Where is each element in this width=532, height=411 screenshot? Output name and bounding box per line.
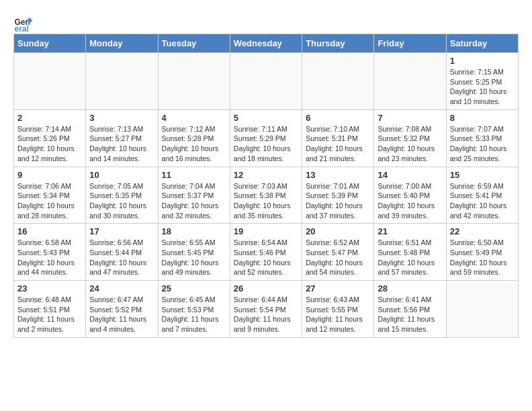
calendar-week-row: 1Sunrise: 7:15 AM Sunset: 5:25 PM Daylig… (14, 53, 519, 110)
day-info: Sunrise: 7:11 AM Sunset: 5:29 PM Dayligh… (234, 124, 298, 164)
day-number: 1 (450, 56, 515, 66)
day-info: Sunrise: 6:45 AM Sunset: 5:53 PM Dayligh… (162, 295, 226, 334)
weekday-header-friday: Friday (374, 34, 446, 53)
day-info: Sunrise: 6:56 AM Sunset: 5:44 PM Dayligh… (89, 238, 154, 277)
calendar-day-cell: 21Sunrise: 6:51 AM Sunset: 5:48 PM Dayli… (374, 224, 446, 281)
svg-text:eral: eral (15, 24, 29, 34)
calendar-day-cell: 25Sunrise: 6:45 AM Sunset: 5:53 PM Dayli… (158, 281, 230, 338)
day-number: 14 (378, 170, 442, 180)
calendar-day-cell (374, 53, 446, 110)
calendar-day-cell: 12Sunrise: 7:03 AM Sunset: 5:38 PM Dayli… (230, 167, 302, 224)
calendar-day-cell: 7Sunrise: 7:08 AM Sunset: 5:32 PM Daylig… (374, 109, 446, 167)
calendar-day-cell (230, 53, 302, 110)
day-number: 20 (306, 226, 370, 236)
calendar-day-cell (446, 281, 518, 338)
day-number: 26 (234, 283, 298, 293)
day-number: 17 (89, 226, 154, 236)
calendar-day-cell: 15Sunrise: 6:59 AM Sunset: 5:41 PM Dayli… (446, 167, 518, 224)
weekday-header-sunday: Sunday (14, 34, 86, 53)
day-info: Sunrise: 6:44 AM Sunset: 5:54 PM Dayligh… (234, 295, 298, 334)
calendar-day-cell: 19Sunrise: 6:54 AM Sunset: 5:46 PM Dayli… (230, 224, 302, 281)
calendar-day-cell: 26Sunrise: 6:44 AM Sunset: 5:54 PM Dayli… (230, 281, 302, 338)
calendar-day-cell: 13Sunrise: 7:01 AM Sunset: 5:39 PM Dayli… (302, 167, 374, 224)
day-info: Sunrise: 7:15 AM Sunset: 5:25 PM Dayligh… (450, 67, 515, 107)
day-info: Sunrise: 7:08 AM Sunset: 5:32 PM Dayligh… (378, 124, 442, 164)
day-info: Sunrise: 7:05 AM Sunset: 5:35 PM Dayligh… (89, 181, 154, 221)
calendar-week-row: 16Sunrise: 6:58 AM Sunset: 5:43 PM Dayli… (14, 224, 519, 281)
day-number: 21 (378, 226, 442, 236)
day-number: 13 (306, 170, 370, 180)
calendar-day-cell: 27Sunrise: 6:43 AM Sunset: 5:55 PM Dayli… (302, 281, 374, 338)
day-info: Sunrise: 7:14 AM Sunset: 5:26 PM Dayligh… (17, 124, 82, 164)
day-info: Sunrise: 6:54 AM Sunset: 5:46 PM Dayligh… (234, 238, 298, 277)
weekday-header-saturday: Saturday (446, 34, 518, 53)
logo: Gen eral (13, 13, 36, 34)
calendar-day-cell (86, 53, 158, 110)
day-number: 16 (17, 226, 82, 236)
calendar-table: SundayMondayTuesdayWednesdayThursdayFrid… (13, 34, 519, 338)
calendar-week-row: 9Sunrise: 7:06 AM Sunset: 5:34 PM Daylig… (14, 167, 519, 224)
day-info: Sunrise: 6:50 AM Sunset: 5:49 PM Dayligh… (450, 238, 515, 277)
calendar-day-cell: 5Sunrise: 7:11 AM Sunset: 5:29 PM Daylig… (230, 109, 302, 167)
calendar-day-cell: 22Sunrise: 6:50 AM Sunset: 5:49 PM Dayli… (446, 224, 518, 281)
calendar-week-row: 2Sunrise: 7:14 AM Sunset: 5:26 PM Daylig… (14, 109, 519, 167)
calendar-day-cell: 18Sunrise: 6:55 AM Sunset: 5:45 PM Dayli… (158, 224, 230, 281)
day-number: 8 (450, 113, 515, 123)
day-number: 25 (162, 283, 226, 293)
calendar-day-cell: 2Sunrise: 7:14 AM Sunset: 5:26 PM Daylig… (14, 109, 86, 167)
day-number: 24 (89, 283, 154, 293)
day-info: Sunrise: 7:01 AM Sunset: 5:39 PM Dayligh… (306, 181, 370, 221)
weekday-header-tuesday: Tuesday (158, 34, 230, 53)
day-number: 19 (234, 226, 298, 236)
calendar-day-cell: 9Sunrise: 7:06 AM Sunset: 5:34 PM Daylig… (14, 167, 86, 224)
calendar-day-cell: 28Sunrise: 6:41 AM Sunset: 5:56 PM Dayli… (374, 281, 446, 338)
day-number: 11 (162, 170, 226, 180)
calendar-day-cell: 11Sunrise: 7:04 AM Sunset: 5:37 PM Dayli… (158, 167, 230, 224)
calendar-day-cell: 24Sunrise: 6:47 AM Sunset: 5:52 PM Dayli… (86, 281, 158, 338)
day-info: Sunrise: 6:41 AM Sunset: 5:56 PM Dayligh… (378, 295, 442, 334)
calendar-day-cell (14, 53, 86, 110)
day-number: 12 (234, 170, 298, 180)
weekday-header-thursday: Thursday (302, 34, 374, 53)
calendar-header-row: SundayMondayTuesdayWednesdayThursdayFrid… (14, 34, 519, 53)
day-info: Sunrise: 6:47 AM Sunset: 5:52 PM Dayligh… (89, 295, 154, 334)
day-info: Sunrise: 7:00 AM Sunset: 5:40 PM Dayligh… (378, 181, 442, 221)
day-info: Sunrise: 7:06 AM Sunset: 5:34 PM Dayligh… (17, 181, 82, 221)
calendar-day-cell: 17Sunrise: 6:56 AM Sunset: 5:44 PM Dayli… (86, 224, 158, 281)
day-info: Sunrise: 7:03 AM Sunset: 5:38 PM Dayligh… (234, 181, 298, 221)
day-number: 22 (450, 226, 515, 236)
day-info: Sunrise: 6:52 AM Sunset: 5:47 PM Dayligh… (306, 238, 370, 277)
day-info: Sunrise: 7:12 AM Sunset: 5:28 PM Dayligh… (162, 124, 226, 164)
day-number: 10 (89, 170, 154, 180)
day-info: Sunrise: 6:43 AM Sunset: 5:55 PM Dayligh… (306, 295, 370, 334)
calendar-day-cell: 14Sunrise: 7:00 AM Sunset: 5:40 PM Dayli… (374, 167, 446, 224)
day-number: 7 (378, 113, 442, 123)
day-info: Sunrise: 6:55 AM Sunset: 5:45 PM Dayligh… (162, 238, 226, 277)
calendar-day-cell (302, 53, 374, 110)
calendar-day-cell: 8Sunrise: 7:07 AM Sunset: 5:33 PM Daylig… (446, 109, 518, 167)
day-info: Sunrise: 6:51 AM Sunset: 5:48 PM Dayligh… (378, 238, 442, 277)
day-number: 23 (17, 283, 82, 293)
day-info: Sunrise: 7:10 AM Sunset: 5:31 PM Dayligh… (306, 124, 370, 164)
logo-icon: Gen eral (13, 13, 34, 34)
day-number: 5 (234, 113, 298, 123)
day-number: 3 (89, 113, 154, 123)
calendar-day-cell: 6Sunrise: 7:10 AM Sunset: 5:31 PM Daylig… (302, 109, 374, 167)
calendar-week-row: 23Sunrise: 6:48 AM Sunset: 5:51 PM Dayli… (14, 281, 519, 338)
day-number: 18 (162, 226, 226, 236)
day-info: Sunrise: 7:04 AM Sunset: 5:37 PM Dayligh… (162, 181, 226, 221)
calendar-day-cell: 3Sunrise: 7:13 AM Sunset: 5:27 PM Daylig… (86, 109, 158, 167)
weekday-header-monday: Monday (86, 34, 158, 53)
calendar-day-cell: 10Sunrise: 7:05 AM Sunset: 5:35 PM Dayli… (86, 167, 158, 224)
day-info: Sunrise: 7:07 AM Sunset: 5:33 PM Dayligh… (450, 124, 515, 164)
day-number: 15 (450, 170, 515, 180)
calendar-day-cell: 16Sunrise: 6:58 AM Sunset: 5:43 PM Dayli… (14, 224, 86, 281)
day-info: Sunrise: 6:48 AM Sunset: 5:51 PM Dayligh… (17, 295, 82, 334)
day-number: 9 (17, 170, 82, 180)
day-info: Sunrise: 6:58 AM Sunset: 5:43 PM Dayligh… (17, 238, 82, 277)
day-number: 6 (306, 113, 370, 123)
day-number: 2 (17, 113, 82, 123)
day-info: Sunrise: 6:59 AM Sunset: 5:41 PM Dayligh… (450, 181, 515, 221)
day-number: 27 (306, 283, 370, 293)
calendar-day-cell: 23Sunrise: 6:48 AM Sunset: 5:51 PM Dayli… (14, 281, 86, 338)
